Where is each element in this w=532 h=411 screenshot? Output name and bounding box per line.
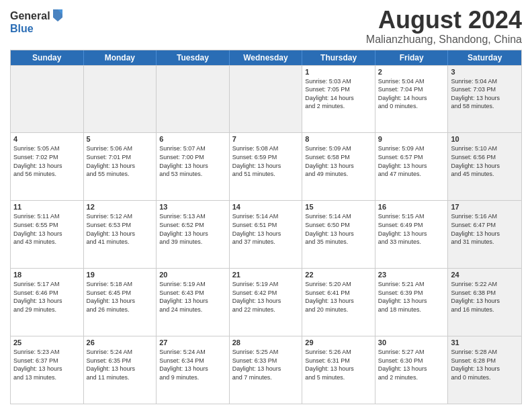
- calendar-cell-8: 8Sunrise: 5:09 AM Sunset: 6:58 PM Daylig…: [302, 133, 375, 200]
- logo-blue: Blue: [10, 23, 64, 35]
- calendar-cell-25: 25Sunrise: 5:23 AM Sunset: 6:37 PM Dayli…: [11, 336, 84, 404]
- day-number: 9: [378, 135, 445, 143]
- cell-info: Sunrise: 5:24 AM Sunset: 6:35 PM Dayligh…: [87, 348, 154, 381]
- calendar-cell-4: 4Sunrise: 5:05 AM Sunset: 7:02 PM Daylig…: [11, 133, 84, 200]
- day-number: 8: [305, 135, 372, 143]
- header-day-thursday: Thursday: [302, 50, 375, 65]
- calendar-cell-empty-1: [84, 66, 157, 133]
- calendar-cell-12: 12Sunrise: 5:12 AM Sunset: 6:53 PM Dayli…: [84, 201, 157, 268]
- calendar-cell-13: 13Sunrise: 5:13 AM Sunset: 6:52 PM Dayli…: [157, 201, 230, 268]
- calendar-body: 1Sunrise: 5:03 AM Sunset: 7:05 PM Daylig…: [11, 65, 521, 404]
- calendar-cell-30: 30Sunrise: 5:27 AM Sunset: 6:30 PM Dayli…: [375, 336, 449, 404]
- header-day-sunday: Sunday: [11, 50, 84, 65]
- calendar-cell-6: 6Sunrise: 5:07 AM Sunset: 7:00 PM Daylig…: [157, 133, 230, 200]
- header-day-saturday: Saturday: [448, 50, 521, 65]
- day-number: 19: [87, 271, 154, 279]
- calendar-cell-1: 1Sunrise: 5:03 AM Sunset: 7:05 PM Daylig…: [302, 66, 375, 133]
- cell-info: Sunrise: 5:15 AM Sunset: 6:49 PM Dayligh…: [378, 212, 445, 246]
- logo-general: General: [10, 10, 50, 22]
- calendar-cell-16: 16Sunrise: 5:15 AM Sunset: 6:49 PM Dayli…: [375, 201, 449, 268]
- calendar: SundayMondayTuesdayWednesdayThursdayFrid…: [10, 50, 522, 404]
- cell-info: Sunrise: 5:03 AM Sunset: 7:05 PM Dayligh…: [305, 77, 372, 111]
- calendar-row-1: 4Sunrise: 5:05 AM Sunset: 7:02 PM Daylig…: [11, 132, 521, 200]
- cell-info: Sunrise: 5:05 AM Sunset: 7:02 PM Dayligh…: [13, 144, 81, 178]
- cell-info: Sunrise: 5:09 AM Sunset: 6:57 PM Dayligh…: [378, 144, 445, 178]
- day-number: 2: [378, 68, 445, 76]
- day-number: 20: [159, 271, 226, 279]
- main-title: August 2024: [366, 7, 522, 34]
- cell-info: Sunrise: 5:04 AM Sunset: 7:04 PM Dayligh…: [378, 77, 445, 111]
- header-day-monday: Monday: [84, 50, 157, 65]
- calendar-cell-18: 18Sunrise: 5:17 AM Sunset: 6:46 PM Dayli…: [11, 269, 84, 336]
- day-number: 23: [378, 271, 445, 279]
- calendar-row-4: 25Sunrise: 5:23 AM Sunset: 6:37 PM Dayli…: [11, 336, 521, 404]
- calendar-cell-9: 9Sunrise: 5:09 AM Sunset: 6:57 PM Daylig…: [375, 133, 449, 200]
- header-day-tuesday: Tuesday: [157, 50, 230, 65]
- calendar-cell-7: 7Sunrise: 5:08 AM Sunset: 6:59 PM Daylig…: [230, 133, 303, 200]
- day-number: 28: [232, 338, 300, 347]
- cell-info: Sunrise: 5:17 AM Sunset: 6:46 PM Dayligh…: [13, 280, 81, 314]
- day-number: 18: [13, 271, 81, 279]
- calendar-cell-23: 23Sunrise: 5:21 AM Sunset: 6:39 PM Dayli…: [375, 269, 449, 336]
- calendar-cell-5: 5Sunrise: 5:06 AM Sunset: 7:01 PM Daylig…: [84, 133, 157, 200]
- calendar-cell-2: 2Sunrise: 5:04 AM Sunset: 7:04 PM Daylig…: [375, 66, 449, 133]
- cell-info: Sunrise: 5:11 AM Sunset: 6:55 PM Dayligh…: [13, 212, 81, 246]
- cell-info: Sunrise: 5:16 AM Sunset: 6:47 PM Dayligh…: [451, 212, 519, 246]
- cell-info: Sunrise: 5:25 AM Sunset: 6:33 PM Dayligh…: [232, 348, 300, 381]
- day-number: 5: [87, 135, 154, 143]
- calendar-cell-28: 28Sunrise: 5:25 AM Sunset: 6:33 PM Dayli…: [230, 336, 303, 404]
- cell-info: Sunrise: 5:22 AM Sunset: 6:38 PM Dayligh…: [451, 280, 519, 314]
- calendar-cell-15: 15Sunrise: 5:14 AM Sunset: 6:50 PM Dayli…: [302, 201, 375, 268]
- calendar-row-3: 18Sunrise: 5:17 AM Sunset: 6:46 PM Dayli…: [11, 268, 521, 336]
- day-number: 1: [305, 68, 372, 76]
- header: General Blue August 2024 Malianzhuang, S…: [10, 7, 522, 46]
- logo-icon: [52, 8, 64, 23]
- page: General Blue August 2024 Malianzhuang, S…: [0, 0, 532, 411]
- header-day-friday: Friday: [375, 50, 449, 65]
- day-number: 24: [451, 271, 519, 279]
- day-number: 17: [451, 203, 519, 211]
- calendar-cell-3: 3Sunrise: 5:04 AM Sunset: 7:03 PM Daylig…: [448, 66, 521, 133]
- cell-info: Sunrise: 5:21 AM Sunset: 6:39 PM Dayligh…: [378, 280, 445, 314]
- cell-info: Sunrise: 5:24 AM Sunset: 6:34 PM Dayligh…: [159, 348, 226, 381]
- calendar-cell-19: 19Sunrise: 5:18 AM Sunset: 6:45 PM Dayli…: [84, 269, 157, 336]
- cell-info: Sunrise: 5:07 AM Sunset: 7:00 PM Dayligh…: [159, 144, 226, 178]
- calendar-cell-27: 27Sunrise: 5:24 AM Sunset: 6:34 PM Dayli…: [157, 336, 230, 404]
- calendar-row-2: 11Sunrise: 5:11 AM Sunset: 6:55 PM Dayli…: [11, 200, 521, 268]
- day-number: 31: [451, 338, 519, 347]
- day-number: 29: [305, 338, 372, 347]
- subtitle: Malianzhuang, Shandong, China: [366, 34, 522, 46]
- day-number: 11: [13, 203, 81, 211]
- calendar-cell-26: 26Sunrise: 5:24 AM Sunset: 6:35 PM Dayli…: [84, 336, 157, 404]
- cell-info: Sunrise: 5:23 AM Sunset: 6:37 PM Dayligh…: [13, 348, 81, 381]
- cell-info: Sunrise: 5:18 AM Sunset: 6:45 PM Dayligh…: [87, 280, 154, 314]
- cell-info: Sunrise: 5:14 AM Sunset: 6:50 PM Dayligh…: [305, 212, 372, 246]
- calendar-cell-22: 22Sunrise: 5:20 AM Sunset: 6:41 PM Dayli…: [302, 269, 375, 336]
- title-block: August 2024 Malianzhuang, Shandong, Chin…: [366, 7, 522, 46]
- day-number: 21: [232, 271, 300, 279]
- day-number: 4: [13, 135, 81, 143]
- logo-text: General Blue: [10, 9, 64, 35]
- day-number: 25: [13, 338, 81, 347]
- cell-info: Sunrise: 5:06 AM Sunset: 7:01 PM Dayligh…: [87, 144, 154, 178]
- day-number: 3: [451, 68, 519, 76]
- cell-info: Sunrise: 5:14 AM Sunset: 6:51 PM Dayligh…: [232, 212, 300, 246]
- day-number: 14: [232, 203, 300, 211]
- calendar-cell-31: 31Sunrise: 5:28 AM Sunset: 6:28 PM Dayli…: [448, 336, 521, 404]
- calendar-cell-empty-3: [230, 66, 303, 133]
- day-number: 12: [87, 203, 154, 211]
- calendar-cell-11: 11Sunrise: 5:11 AM Sunset: 6:55 PM Dayli…: [11, 201, 84, 268]
- day-number: 10: [451, 135, 519, 143]
- calendar-cell-empty-0: [11, 66, 84, 133]
- day-number: 16: [378, 203, 445, 211]
- cell-info: Sunrise: 5:26 AM Sunset: 6:31 PM Dayligh…: [305, 348, 372, 381]
- day-number: 7: [232, 135, 300, 143]
- cell-info: Sunrise: 5:19 AM Sunset: 6:43 PM Dayligh…: [159, 280, 226, 314]
- calendar-cell-24: 24Sunrise: 5:22 AM Sunset: 6:38 PM Dayli…: [448, 269, 521, 336]
- cell-info: Sunrise: 5:20 AM Sunset: 6:41 PM Dayligh…: [305, 280, 372, 314]
- cell-info: Sunrise: 5:08 AM Sunset: 6:59 PM Dayligh…: [232, 144, 300, 178]
- cell-info: Sunrise: 5:12 AM Sunset: 6:53 PM Dayligh…: [87, 212, 154, 246]
- day-number: 26: [87, 338, 154, 347]
- calendar-header: SundayMondayTuesdayWednesdayThursdayFrid…: [11, 50, 521, 65]
- day-number: 27: [159, 338, 226, 347]
